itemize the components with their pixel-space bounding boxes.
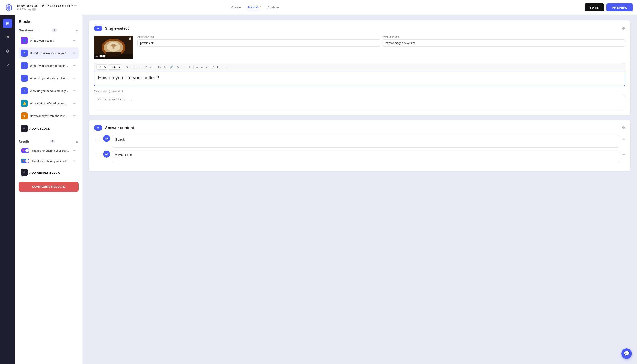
preview-button[interactable]: PREVIEW [606,4,633,12]
superscript-button[interactable]: x² [143,65,148,69]
svg-marker-1 [7,5,10,10]
description-input[interactable] [94,94,625,110]
answer-input-a1[interactable] [112,135,620,148]
q-more-button[interactable]: ••• [73,64,76,68]
q-more-button[interactable]: ••• [73,89,76,93]
blocks-panel: Blocks Questions 7 ▲ 👤 What's your name?… [15,15,82,364]
answer-badge-a2: A2 [103,150,110,158]
paragraph-select[interactable]: P H1 H2 [96,64,107,70]
logo-area [4,3,14,12]
q-text: When do you drink your first ... [30,77,71,80]
list-item[interactable]: 🔖 Thanks for sharing your coff... ••• [19,146,79,155]
q-more-button[interactable]: ••• [73,102,76,105]
underline-button[interactable]: U [133,65,137,69]
answer-more-a2[interactable]: ••• [622,150,625,157]
attribution-text-input[interactable] [137,40,380,46]
q-text: What's your name? [30,39,71,42]
add-result-icon: + [21,169,28,176]
font-size-select[interactable]: 20px 14px 16px 24px [108,64,121,70]
add-block-label: ADD A BLOCK [30,127,50,130]
clear-format-button[interactable]: Tx [157,65,162,69]
result-text: Thanks for sharing your coff... [32,160,71,163]
toolbar-divider [194,65,194,69]
list-item[interactable]: ★ How would you rate the last ... ••• [19,110,79,122]
list-item[interactable]: ≡ When do you drink your first ... ••• [19,72,79,84]
add-block-button[interactable]: + ADD A BLOCK [19,123,79,134]
attribution-area: Attribution text Attribution URL [137,36,625,46]
questions-section-header: Questions 7 ▲ [19,28,79,32]
drag-handle-a1[interactable]: ⋮⋮ [94,135,101,141]
q-more-button[interactable]: ••• [73,38,76,42]
edit-title-icon[interactable]: ✏ [74,4,77,7]
attribution-url-input[interactable] [383,40,625,46]
answer-settings-button[interactable]: ⚙ [622,126,625,130]
bold-button[interactable]: B [124,65,129,69]
question-card: ≡ Single-select ⚙ [89,20,630,116]
list-item[interactable]: 👍 What sort of coffee do you o... ••• [19,98,79,109]
blocks-panel-title: Blocks [19,20,79,24]
question-settings-button[interactable]: ⚙ [622,26,625,31]
q-more-button[interactable]: ••• [73,76,76,80]
results-collapse[interactable]: ▲ [75,140,79,144]
answer-badge-a1: A1 [103,135,110,142]
answer-more-a1[interactable]: ••• [622,135,625,141]
results-count: 2 [50,140,55,144]
align-left-button[interactable]: ≡ [195,65,199,69]
question-card-title: Single-select [105,26,619,31]
questions-collapse[interactable]: ▲ [75,28,79,32]
sidebar-icon-flag[interactable]: ⚑ [3,32,12,42]
result-more-button[interactable]: ••• [73,149,76,152]
list-item[interactable]: 🔖 Thanks for sharing your coff... ••• [19,156,79,166]
list-item[interactable]: 👤 What's your name? ••• [19,35,79,46]
result-toggle-icon: 🔖 [21,158,30,163]
answer-card: ≡ Answer content ⚙ ⋮⋮ A1 ••• ⋮⋮ A2 ••• [89,120,630,172]
tab-publish[interactable]: Publish ● [248,4,261,10]
logo-icon [4,3,14,12]
insert-image-button[interactable]: 🖼 [163,65,168,69]
align-right-button[interactable]: ≡ [204,65,208,69]
image-section: ✏ EDIT 🗑 Attribution text Attribution UR… [94,36,625,59]
toolbar-divider [182,65,182,69]
bullet-list-button[interactable]: • [183,65,186,69]
tab-create[interactable]: Create [232,4,241,10]
sidebar-icon-blocks[interactable]: ⊞ [3,19,12,28]
description-section: Description (optional) ℹ [94,90,625,110]
ordered-list-button[interactable]: 1. [188,65,192,69]
save-button[interactable]: SAVE [584,4,604,12]
tab-analyze[interactable]: Analyze [267,4,279,10]
list-item[interactable]: ≡ What do you need to make y... ••• [19,85,79,96]
chat-bubble[interactable]: 💬 [622,348,632,359]
align-center-button[interactable]: ≡ [200,65,204,69]
q-text: How would you rate the last ... [30,114,71,118]
strikethrough-button[interactable]: S [138,65,142,69]
questions-count: 7 [52,28,57,32]
q-icon-star: ★ [21,112,28,120]
more-toolbar-button[interactable]: ••• [222,65,227,69]
q-text: What do you need to make y... [30,89,71,92]
survey-subtitle: Poll / Survey i [17,8,77,11]
list-item[interactable]: ≡ How do you like your coffee? ••• [19,48,79,59]
q-more-button[interactable]: ••• [73,114,76,118]
subscript-button[interactable]: x₂ [149,65,154,69]
italic-button[interactable]: i [130,65,132,69]
insert-link-button[interactable]: 🔗 [168,65,174,69]
survey-title-text: HOW DO YOU LIKE YOUR COFFEE? [17,4,73,8]
q-text: What sort of coffee do you o... [30,102,71,105]
toolbar-divider [123,65,123,69]
list-item[interactable]: ≡ What's your preferred hot dri... ••• [19,60,79,71]
configure-results-button[interactable]: CONFIGURE RESULTS [19,182,79,192]
italic2-button[interactable]: 𝑓 [212,64,215,69]
image-delete-button[interactable]: 🗑 [129,37,132,40]
result-more-button[interactable]: ••• [73,159,76,163]
sidebar-icon-share[interactable]: ↗ [3,60,12,70]
attribution-text-field: Attribution text [137,36,380,46]
image-edit-overlay[interactable]: ✏ EDIT [94,54,133,59]
drag-handle-a2[interactable]: ⋮⋮ [94,150,101,157]
answer-input-a2[interactable] [112,150,620,163]
q-more-button[interactable]: ••• [73,51,76,55]
insert-emoji-button[interactable]: ☺ [175,65,180,69]
sidebar-icon-settings[interactable]: ⚙ [3,46,12,56]
add-result-block-button[interactable]: + ADD RESULT BLOCK [19,167,79,178]
question-text-area[interactable]: How do you like your coffee? [94,71,625,86]
clear-tx-button[interactable]: Tx [216,65,221,69]
